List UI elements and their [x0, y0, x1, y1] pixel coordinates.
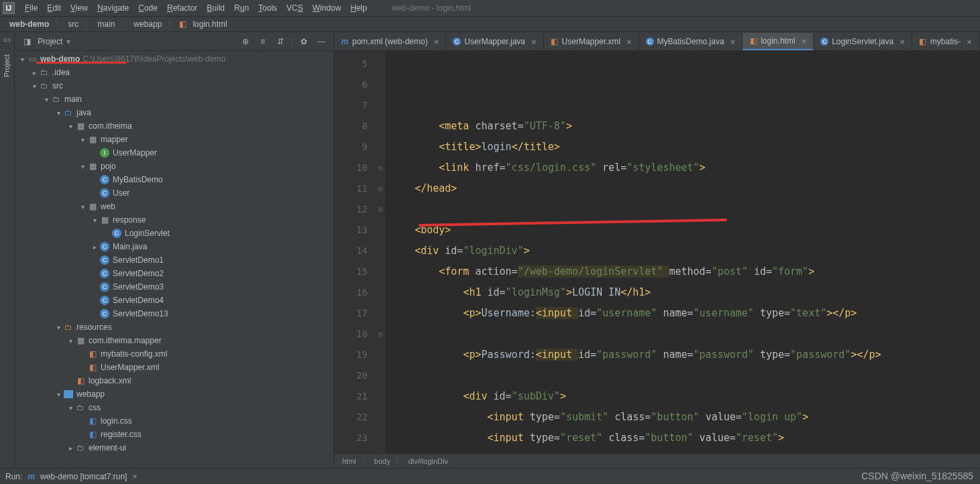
window-title: web-demo - login.html	[392, 3, 471, 13]
tree-item-css[interactable]: ▾🗀css	[15, 401, 333, 414]
tab-mybatisdemo-java[interactable]: CMyBatisDemo.java×	[639, 33, 743, 50]
menu-build[interactable]: Build	[202, 3, 229, 13]
editor-breadcrumb: html〉 body〉 div#loginDiv	[334, 453, 980, 468]
tab-pom-xml-web-demo-[interactable]: mpom.xml (web-demo)×	[334, 33, 446, 50]
dropdown-icon[interactable]: ▾	[66, 37, 70, 46]
menu-edit[interactable]: Edit	[42, 3, 66, 13]
run-config[interactable]: web-demo [tomcat7:run]	[40, 472, 127, 481]
menu-code[interactable]: Code	[133, 3, 162, 13]
tree-item-usermapper[interactable]: IUserMapper	[15, 146, 333, 160]
nav-breadcrumb: web-demo〉 src〉 main〉 webapp〉 ◧ login.htm…	[0, 16, 980, 32]
editor-tabs: mpom.xml (web-demo)×CUserMapper.java×◧Us…	[334, 32, 980, 51]
tree-item-register-css[interactable]: ◧register.css	[15, 428, 333, 441]
tree-item-user[interactable]: CUser	[15, 186, 333, 200]
menu-tools[interactable]: Tools	[254, 3, 282, 13]
crumb-file[interactable]: login.html	[190, 19, 229, 29]
watermark: CSDN @weixin_51825585	[861, 471, 973, 481]
tree-item-com-itheima-mapper[interactable]: ▾▦com.itheima.mapper	[15, 334, 333, 347]
crumb-webapp[interactable]: webapp	[131, 19, 164, 29]
tab-loginservlet-java[interactable]: CLoginServlet.java×	[814, 33, 912, 50]
tab-login-html[interactable]: ◧login.html×	[743, 33, 814, 50]
menu-file[interactable]: File	[20, 3, 42, 13]
crumb-main[interactable]: main	[95, 19, 117, 29]
tree-item--idea[interactable]: ▸🗀.idea	[15, 66, 333, 79]
annotation-red-underline	[36, 62, 127, 64]
tree-item-servletdemo2[interactable]: CServletDemo2	[15, 267, 333, 280]
menu-vcs[interactable]: VCS	[282, 3, 308, 13]
run-config-icon: m	[28, 472, 35, 481]
tree-item-mapper[interactable]: ▾▦mapper	[15, 133, 333, 146]
run-label: Run:	[5, 472, 22, 481]
tree-item-usermapper-xml[interactable]: ◧UserMapper.xml	[15, 361, 333, 374]
bc-html[interactable]: html	[339, 457, 359, 465]
tree-item-login-css[interactable]: ◧login.css	[15, 414, 333, 428]
tree-item-servletdemo1[interactable]: CServletDemo1	[15, 253, 333, 267]
editor-area: mpom.xml (web-demo)×CUserMapper.java×◧Us…	[334, 32, 980, 468]
menu-help[interactable]: Help	[345, 3, 372, 13]
app-logo: IJ	[3, 2, 15, 14]
fold-gutter[interactable]: ⊖⊖⊖⊖	[376, 51, 385, 453]
menu-bar: IJ File Edit View Navigate Code Refactor…	[0, 0, 980, 16]
tab-mybatis-[interactable]: ◧mybatis-×	[912, 33, 979, 50]
left-tool-strip: ▭ Project	[0, 32, 15, 468]
bc-body[interactable]: body	[372, 457, 393, 465]
crumb-project[interactable]: web-demo	[7, 19, 52, 29]
menu-view[interactable]: View	[66, 3, 93, 13]
tree-item-pojo[interactable]: ▾▦pojo	[15, 160, 333, 173]
tree-item-main-java[interactable]: ▸CMain.java	[15, 240, 333, 253]
close-run-icon[interactable]: ×	[132, 472, 137, 481]
bc-div[interactable]: div#loginDiv	[406, 457, 451, 465]
sidebar-title: Project	[38, 37, 62, 46]
tree-item-servletdemo3[interactable]: CServletDemo3	[15, 280, 333, 294]
target-icon[interactable]: ⊕	[239, 35, 252, 48]
project-sidebar: ◨ Project ▾ ⊕ ≡ ⇵ | ✿ — ▾▭web-demoC:\Use…	[15, 32, 334, 468]
tab-usermapper-xml[interactable]: ◧UserMapper.xml×	[544, 33, 639, 50]
code-content[interactable]: <meta charset="UTF-8"> <title>login</tit…	[385, 51, 980, 453]
line-gutter[interactable]: 567891011121314151617181920212223	[334, 51, 376, 453]
project-tree[interactable]: ▾▭web-demoC:\Users\86178\IdeaProjects\we…	[15, 51, 333, 468]
tree-item-com-itheima[interactable]: ▾▦com.itheima	[15, 119, 333, 133]
project-tool-label[interactable]: Project	[3, 54, 11, 77]
tree-item-java[interactable]: ▾🗀java	[15, 106, 333, 119]
tree-item-src[interactable]: ▾🗀src	[15, 79, 333, 93]
tree-item-servletdemo13[interactable]: CServletDemo13	[15, 307, 333, 320]
gear-icon[interactable]: ✿	[297, 35, 311, 48]
run-bar: Run: m web-demo [tomcat7:run] ×	[0, 468, 980, 484]
main-area: ▭ Project ◨ Project ▾ ⊕ ≡ ⇵ | ✿ — ▾▭web-…	[0, 32, 980, 468]
folder-icon[interactable]: ▭	[3, 35, 11, 44]
tree-item-mybatis-config-xml[interactable]: ◧mybatis-config.xml	[15, 347, 333, 361]
tree-item-mybatisdemo[interactable]: CMyBatisDemo	[15, 173, 333, 186]
html-icon: ◧	[178, 19, 187, 29]
collapse-icon[interactable]: ≡	[256, 35, 270, 48]
menu-window[interactable]: Window	[308, 3, 346, 13]
tree-item-servletdemo4[interactable]: CServletDemo4	[15, 294, 333, 307]
tree-item-logback-xml[interactable]: ◧logback.xml	[15, 374, 333, 387]
tree-item-resources[interactable]: ▾🗀resources	[15, 320, 333, 334]
tree-item-loginservlet[interactable]: CLoginServlet	[15, 227, 333, 240]
crumb-src[interactable]: src	[65, 19, 81, 29]
tree-item-web[interactable]: ▾▦web	[15, 200, 333, 213]
tree-item-main[interactable]: ▾🗀main	[15, 93, 333, 106]
sidebar-icon: ◨	[20, 35, 34, 48]
tree-item-element-ui[interactable]: ▸🗀element-ui	[15, 441, 333, 455]
tree-item-webapp[interactable]: ▾webapp	[15, 387, 333, 401]
menu-navigate[interactable]: Navigate	[93, 3, 133, 13]
menu-run[interactable]: Run	[229, 3, 254, 13]
tab-usermapper-java[interactable]: CUserMapper.java×	[446, 33, 543, 50]
hide-icon[interactable]: —	[315, 35, 328, 48]
tree-item-response[interactable]: ▾▦response	[15, 213, 333, 227]
expand-icon[interactable]: ⇵	[274, 35, 287, 48]
menu-refactor[interactable]: Refactor	[162, 3, 202, 13]
